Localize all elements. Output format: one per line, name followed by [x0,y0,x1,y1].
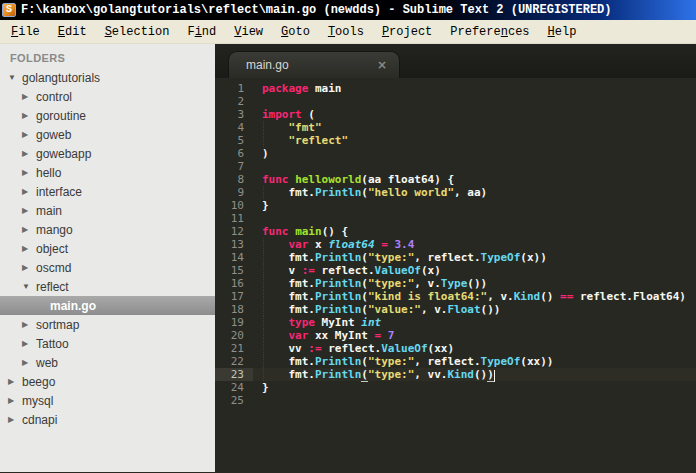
tree-item-hello[interactable]: ▶hello [0,163,215,182]
tree-item-golangtutorials[interactable]: ▼golangtutorials [0,68,215,87]
line-number: 22 [215,355,253,368]
chevron-right-icon[interactable]: ▶ [22,149,36,158]
code-line[interactable]: 5 "reflect" [215,134,696,147]
chevron-down-icon[interactable]: ▼ [22,282,36,291]
chevron-right-icon[interactable]: ▶ [22,92,36,101]
code-line[interactable]: 18 fmt.Println("value:", v.Float()) [215,303,696,316]
line-number: 20 [215,329,253,342]
tree-item-beego[interactable]: ▶beego [0,372,215,391]
code-text [253,160,262,173]
line-number: 11 [215,212,253,225]
menu-view[interactable]: View [225,22,272,42]
tree-item-mysql[interactable]: ▶mysql [0,391,215,410]
chevron-right-icon[interactable]: ▶ [22,111,36,120]
chevron-right-icon[interactable]: ▶ [22,168,36,177]
tree-item-mango[interactable]: ▶mango [0,220,215,239]
code-text: func main() { [253,225,348,238]
tree-item-cdnapi[interactable]: ▶cdnapi [0,410,215,429]
code-line[interactable]: 1package main [215,82,696,95]
tab-main-go[interactable]: main.go × [228,51,400,78]
line-number: 4 [215,121,253,134]
chevron-right-icon[interactable]: ▶ [22,206,36,215]
menu-file[interactable]: File [2,22,49,42]
line-number: 16 [215,277,253,290]
chevron-right-icon[interactable]: ▶ [22,320,36,329]
code-text: var xx MyInt = 7 [253,329,394,342]
menu-help[interactable]: Help [539,22,586,42]
chevron-right-icon[interactable]: ▶ [22,263,36,272]
code-line[interactable]: 13 var x float64 = 3.4 [215,238,696,251]
menu-selection[interactable]: Selection [96,22,179,42]
line-number: 2 [215,95,253,108]
tree-item-tattoo[interactable]: ▶Tattoo [0,334,215,353]
tree-item-main-go[interactable]: main.go [0,296,215,315]
tree-item-sortmap[interactable]: ▶sortmap [0,315,215,334]
code-line[interactable]: 2 [215,95,696,108]
chevron-right-icon[interactable]: ▶ [22,244,36,253]
code-line[interactable]: 20 var xx MyInt = 7 [215,329,696,342]
line-number: 17 [215,290,253,303]
code-line[interactable]: 19 type MyInt int [215,316,696,329]
code-line[interactable]: 6) [215,147,696,160]
code-line[interactable]: 22 fmt.Println("type:", reflect.TypeOf(x… [215,355,696,368]
chevron-right-icon[interactable]: ▶ [8,377,22,386]
line-number: 10 [215,199,253,212]
chevron-right-icon[interactable]: ▶ [22,130,36,139]
text-cursor [494,370,495,382]
title-bar: S F:\kanbox\golangtutorials\reflect\main… [0,0,696,20]
code-line[interactable]: 21 vv := reflect.ValueOf(xx) [215,342,696,355]
chevron-right-icon[interactable]: ▶ [22,358,36,367]
tab-bar: main.go × [215,44,696,78]
tree-item-main[interactable]: ▶main [0,201,215,220]
tree-item-interface[interactable]: ▶interface [0,182,215,201]
chevron-right-icon[interactable]: ▶ [22,187,36,196]
code-editor[interactable]: 1package main23import (4 "fmt"5 "reflect… [215,78,696,472]
code-line[interactable]: 11 [215,212,696,225]
code-line[interactable]: 12func main() { [215,225,696,238]
chevron-down-icon[interactable]: ▼ [8,73,22,82]
menu-find[interactable]: Find [178,22,225,42]
code-line[interactable]: 8func helloworld(aa float64) { [215,173,696,186]
code-text: } [253,199,269,212]
code-line[interactable]: 15 v := reflect.ValueOf(x) [215,264,696,277]
tree-item-oscmd[interactable]: ▶oscmd [0,258,215,277]
close-icon[interactable]: × [377,58,387,72]
tree-item-reflect[interactable]: ▼reflect [0,277,215,296]
menu-edit[interactable]: Edit [49,22,96,42]
menu-project[interactable]: Project [373,22,441,42]
code-line[interactable]: 17 fmt.Println("kind is float64:", v.Kin… [215,290,696,303]
menu-preferences[interactable]: Preferences [441,22,538,42]
menu-tools[interactable]: Tools [319,22,373,42]
tree-item-object[interactable]: ▶object [0,239,215,258]
code-line[interactable]: 4 "fmt" [215,121,696,134]
code-line[interactable]: 7 [215,160,696,173]
code-text: var x float64 = 3.4 [253,238,414,251]
code-line[interactable]: 3import ( [215,108,696,121]
line-number: 25 [215,394,253,407]
code-line[interactable]: 10} [215,199,696,212]
code-line[interactable]: 24} [215,381,696,394]
code-line[interactable]: 9 fmt.Println("hello world", aa) [215,186,696,199]
chevron-right-icon[interactable]: ▶ [22,225,36,234]
code-line[interactable]: 16 fmt.Println("type:", v.Type()) [215,277,696,290]
chevron-right-icon[interactable]: ▶ [8,396,22,405]
menu-goto[interactable]: Goto [272,22,319,42]
tree-item-goroutine[interactable]: ▶goroutine [0,106,215,125]
line-number: 1 [215,82,253,95]
tree-item-label: mango [36,223,73,237]
code-line[interactable]: 25 [215,394,696,407]
line-number: 24 [215,381,253,394]
code-text: fmt.Println("hello world", aa) [253,186,487,199]
line-number: 3 [215,108,253,121]
tree-item-label: golangtutorials [22,71,100,85]
code-text: fmt.Println("type:", vv.Kind()) [253,368,495,381]
tree-item-control[interactable]: ▶control [0,87,215,106]
code-line[interactable]: 14 fmt.Println("type:", reflect.TypeOf(x… [215,251,696,264]
chevron-right-icon[interactable]: ▶ [22,339,36,348]
tree-item-web[interactable]: ▶web [0,353,215,372]
tree-item-goweb[interactable]: ▶goweb [0,125,215,144]
tree-item-gowebapp[interactable]: ▶gowebapp [0,144,215,163]
code-line[interactable]: 23 fmt.Println("type:", vv.Kind()) [215,368,696,381]
chevron-right-icon[interactable]: ▶ [8,415,22,424]
tree-item-label: goroutine [36,109,86,123]
